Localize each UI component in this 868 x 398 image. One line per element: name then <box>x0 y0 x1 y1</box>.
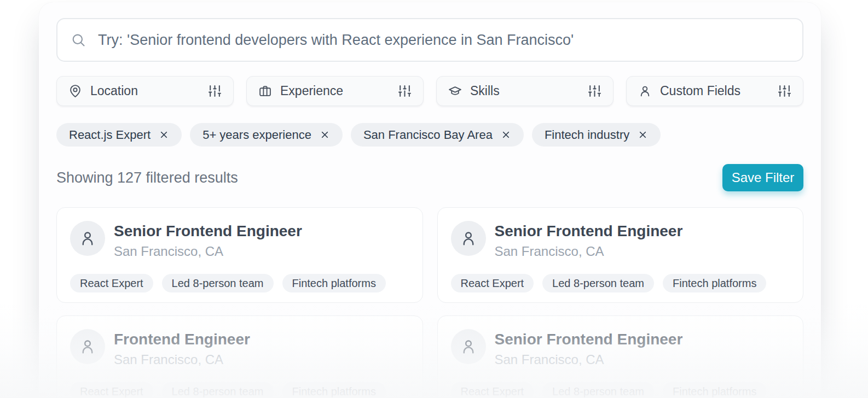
filter-label: Location <box>90 84 138 98</box>
search-bar <box>56 18 803 62</box>
sliders-icon <box>778 84 791 98</box>
candidate-tag: Led 8-person team <box>542 382 654 398</box>
close-icon[interactable] <box>501 130 511 140</box>
avatar <box>451 221 486 256</box>
person-icon <box>459 229 478 248</box>
candidate-tags: React Expert Led 8-person team Fintech p… <box>451 274 790 292</box>
chip-label: 5+ years experience <box>202 128 311 142</box>
candidate-card[interactable]: Senior Frontend Engineer San Francisco, … <box>56 207 423 303</box>
candidate-card[interactable]: Senior Frontend Engineer San Francisco, … <box>437 315 804 398</box>
candidate-tag: React Expert <box>451 274 534 292</box>
briefcase-icon <box>258 84 272 98</box>
card-text: Senior Frontend Engineer San Francisco, … <box>114 221 302 259</box>
candidate-tags: React Expert Led 8-person team Fintech p… <box>70 382 409 398</box>
sliders-icon <box>398 84 412 98</box>
card-header: Frontend Engineer San Francisco, CA <box>70 329 409 367</box>
chip-label: San Francisco Bay Area <box>363 128 493 142</box>
filter-label: Skills <box>470 84 500 98</box>
save-filter-button[interactable]: Save Filter <box>722 164 803 191</box>
filter-chip: Fintech industry <box>532 123 661 147</box>
candidate-location: San Francisco, CA <box>495 352 683 367</box>
candidate-title: Frontend Engineer <box>114 331 250 348</box>
close-icon[interactable] <box>159 130 169 140</box>
card-text: Senior Frontend Engineer San Francisco, … <box>495 329 683 367</box>
candidate-tag: Fintech platforms <box>663 382 766 398</box>
candidate-location: San Francisco, CA <box>495 244 683 259</box>
filter-label: Custom Fields <box>660 84 740 98</box>
candidate-tag: Fintech platforms <box>282 382 386 398</box>
avatar <box>451 329 486 364</box>
sliders-icon <box>208 84 222 98</box>
search-icon <box>71 32 86 48</box>
filter-button-location[interactable]: Location <box>56 76 234 106</box>
candidate-card[interactable]: Senior Frontend Engineer San Francisco, … <box>437 207 804 303</box>
card-header: Senior Frontend Engineer San Francisco, … <box>451 221 790 259</box>
candidate-tag: Led 8-person team <box>162 382 274 398</box>
map-pin-icon <box>68 84 82 98</box>
candidate-location: San Francisco, CA <box>114 352 250 367</box>
results-header: Showing 127 filtered results Save Filter <box>56 164 803 191</box>
candidate-tags: React Expert Led 8-person team Fintech p… <box>70 274 409 292</box>
avatar <box>70 221 105 256</box>
close-icon[interactable] <box>638 130 648 140</box>
filter-button-skills[interactable]: Skills <box>436 76 614 106</box>
candidate-tag: React Expert <box>70 274 153 292</box>
person-icon <box>459 337 478 356</box>
candidate-tag: Led 8-person team <box>542 274 654 292</box>
filter-chip: San Francisco Bay Area <box>351 123 524 147</box>
user-icon <box>638 84 652 98</box>
filter-button-row: Location <box>56 76 803 106</box>
candidate-card[interactable]: Frontend Engineer San Francisco, CA Reac… <box>56 315 423 398</box>
card-header: Senior Frontend Engineer San Francisco, … <box>451 329 790 367</box>
card-header: Senior Frontend Engineer San Francisco, … <box>70 221 409 259</box>
candidate-location: San Francisco, CA <box>114 244 302 259</box>
candidate-title: Senior Frontend Engineer <box>114 223 302 240</box>
filter-chip: 5+ years experience <box>190 123 343 147</box>
candidate-tag: Led 8-person team <box>162 274 274 292</box>
person-icon <box>78 337 97 356</box>
candidate-tags: React Expert Led 8-person team Fintech p… <box>451 382 790 398</box>
candidate-title: Senior Frontend Engineer <box>495 223 683 240</box>
person-icon <box>78 229 97 248</box>
panel-content: Location <box>39 2 821 398</box>
filter-button-experience[interactable]: Experience <box>246 76 424 106</box>
search-panel: Location <box>39 2 821 398</box>
results-grid: Senior Frontend Engineer San Francisco, … <box>56 207 803 398</box>
filter-label: Experience <box>280 84 343 98</box>
filter-chip: React.js Expert <box>56 123 182 147</box>
candidate-tag: React Expert <box>451 382 534 398</box>
candidate-tag: Fintech platforms <box>282 274 386 292</box>
search-input[interactable] <box>97 31 789 49</box>
card-text: Senior Frontend Engineer San Francisco, … <box>495 221 683 259</box>
sliders-icon <box>588 84 601 98</box>
candidate-tag: React Expert <box>70 382 153 398</box>
chip-label: Fintech industry <box>545 128 629 142</box>
candidate-tag: Fintech platforms <box>663 274 766 292</box>
active-filter-chips: React.js Expert 5+ years experience <box>56 123 803 147</box>
card-text: Frontend Engineer San Francisco, CA <box>114 329 250 367</box>
filter-button-custom-fields[interactable]: Custom Fields <box>626 76 803 106</box>
candidate-search-screen: Location <box>0 0 868 398</box>
graduation-cap-icon <box>448 84 462 98</box>
avatar <box>70 329 105 364</box>
chip-label: React.js Expert <box>69 128 151 142</box>
candidate-title: Senior Frontend Engineer <box>495 331 683 348</box>
close-icon[interactable] <box>320 130 330 140</box>
results-summary: Showing 127 filtered results <box>56 169 238 186</box>
